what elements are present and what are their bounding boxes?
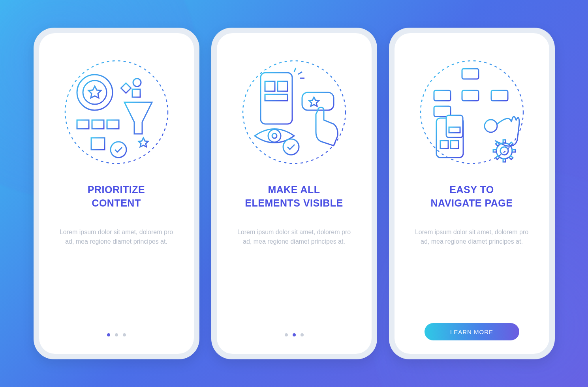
svg-rect-51 xyxy=(503,140,505,143)
onboarding-title: PRIORITIZE CONTENT xyxy=(88,183,145,210)
prioritize-content-icon xyxy=(61,57,172,167)
indicator-dot[interactable] xyxy=(115,333,118,336)
svg-rect-52 xyxy=(503,159,505,162)
svg-rect-54 xyxy=(512,150,515,152)
svg-rect-37 xyxy=(462,90,479,101)
onboarding-body: Lorem ipsum dolor sit amet, dolorem pro … xyxy=(57,227,176,247)
phone-frame: PRIORITIZE CONTENT Lorem ipsum dolor sit… xyxy=(34,28,199,359)
indicator-dot[interactable] xyxy=(107,333,110,336)
onboarding-title: MAKE ALL ELEMENTS VISIBLE xyxy=(245,183,343,210)
learn-more-button[interactable]: LEARN MORE xyxy=(425,323,519,340)
svg-rect-18 xyxy=(91,138,105,150)
onboarding-body: Lorem ipsum dolor sit amet, dolorem pro … xyxy=(413,227,531,247)
svg-point-48 xyxy=(485,120,497,132)
svg-rect-46 xyxy=(440,141,448,148)
phone-frame: EASY TO NAVIGATE PAGE Lorem ipsum dolor … xyxy=(389,28,555,359)
navigate-page-icon xyxy=(417,57,527,167)
onboarding-screen-2: MAKE ALL ELEMENTS VISIBLE Lorem ipsum do… xyxy=(217,33,372,354)
indicator-dot[interactable] xyxy=(301,333,304,336)
svg-rect-7 xyxy=(121,83,131,93)
onboarding-screen-1: PRIORITIZE CONTENT Lorem ipsum dolor sit… xyxy=(39,33,194,354)
onboarding-body: Lorem ipsum dolor sit amet, dolorem pro … xyxy=(235,227,353,247)
svg-rect-42 xyxy=(446,115,463,137)
svg-point-49 xyxy=(500,147,508,155)
svg-rect-24 xyxy=(265,94,287,101)
indicator-dot[interactable] xyxy=(123,333,126,336)
phone-row: PRIORITIZE CONTENT Lorem ipsum dolor sit… xyxy=(34,28,555,359)
svg-point-27 xyxy=(272,133,277,138)
svg-rect-36 xyxy=(434,90,451,101)
svg-rect-56 xyxy=(496,156,500,160)
svg-rect-53 xyxy=(493,150,496,152)
svg-rect-9 xyxy=(132,89,140,97)
svg-rect-30 xyxy=(462,69,479,79)
svg-rect-12 xyxy=(107,120,119,129)
svg-rect-23 xyxy=(278,81,287,91)
svg-point-19 xyxy=(111,142,126,158)
svg-point-28 xyxy=(283,139,299,155)
onboarding-screen-3: EASY TO NAVIGATE PAGE Lorem ipsum dolor … xyxy=(395,33,549,354)
svg-rect-58 xyxy=(509,156,513,160)
phone-frame: MAKE ALL ELEMENTS VISIBLE Lorem ipsum do… xyxy=(211,28,377,359)
svg-rect-38 xyxy=(491,90,508,101)
page-indicator xyxy=(107,333,126,336)
onboarding-title: EASY TO NAVIGATE PAGE xyxy=(431,183,513,210)
indicator-dot[interactable] xyxy=(293,333,296,336)
page-indicator xyxy=(285,333,304,336)
svg-point-2 xyxy=(83,81,107,104)
svg-point-26 xyxy=(268,130,281,142)
visible-elements-icon xyxy=(239,57,349,167)
indicator-dot[interactable] xyxy=(285,333,288,336)
svg-rect-22 xyxy=(265,81,275,91)
svg-rect-11 xyxy=(92,120,104,129)
svg-rect-47 xyxy=(451,141,458,148)
svg-rect-10 xyxy=(77,120,89,129)
svg-point-8 xyxy=(133,79,141,86)
